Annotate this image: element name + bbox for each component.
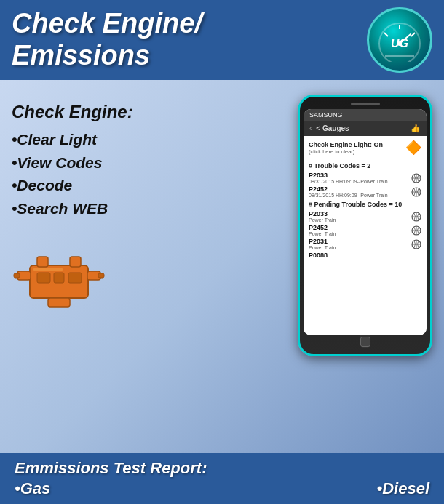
footer-options: •Gas •Diesel — [15, 479, 429, 498]
phone-screen: SAMSUNG ‹ < Gauges 👍 Check Engine Light: — [304, 109, 427, 335]
code-date-1: 08/31/2015 HH:09:09--Power Train — [309, 193, 411, 198]
pending-codes-header: # Pending Trouble Codes = 10 — [309, 201, 421, 208]
cel-label: Check Engine Light: On — [309, 141, 383, 148]
app-container: Check Engine/ Emissions UG — [0, 0, 444, 504]
feature-list: •Clear Light •View Codes •Decode •Search… — [12, 128, 108, 220]
header-title-line1: Check Engine/ — [12, 8, 202, 39]
trouble-codes-header: # Trouble Codes = 2 — [309, 162, 421, 169]
phone-status-bar: SAMSUNG — [304, 109, 427, 121]
list-item-decode: •Decode — [12, 174, 108, 197]
header-title-line2: Emissions — [12, 40, 150, 71]
back-button[interactable]: ‹ — [309, 124, 312, 132]
svg-line-3 — [411, 33, 415, 36]
pending-web-icon-1[interactable] — [411, 225, 421, 236]
pending-code-name-1: P2452 — [309, 224, 411, 231]
svg-line-2 — [384, 33, 388, 36]
pending-code-sub-1: Power Train — [309, 231, 411, 236]
pending-code-sub-0: Power Train — [309, 217, 411, 223]
home-button[interactable] — [360, 337, 370, 347]
pending-web-icon-0[interactable] — [411, 212, 421, 222]
code-name-0: P2033 — [309, 172, 411, 179]
svg-rect-9 — [37, 257, 48, 267]
cel-sub: (click here to clear) — [309, 148, 383, 155]
phone-home-area — [360, 335, 370, 348]
pending-web-icon-2[interactable] — [411, 239, 421, 249]
code-date-0: 08/31/2015 HH:09:09--Power Train — [309, 179, 411, 184]
svg-rect-17 — [54, 273, 64, 283]
pending-code-sub-2: Power Train — [309, 245, 411, 250]
engine-warning-icon: 🔶 — [405, 140, 421, 156]
pending-code-row-1: P2452 Power Train — [309, 224, 421, 236]
main-content: Check Engine: •Clear Light •View Codes •… — [0, 80, 444, 453]
phone-speaker — [351, 103, 380, 105]
svg-rect-19 — [33, 268, 63, 271]
header: Check Engine/ Emissions UG — [0, 0, 444, 80]
svg-rect-15 — [48, 298, 70, 307]
phone-wrapper: SAMSUNG ‹ < Gauges 👍 Check Engine Light: — [298, 95, 432, 446]
list-item-search: •Search WEB — [12, 197, 108, 220]
left-panel-title: Check Engine: — [12, 102, 133, 122]
cel-section[interactable]: Check Engine Light: On (click here to cl… — [309, 140, 421, 159]
pending-code-name-2: P2031 — [309, 238, 411, 245]
phone-content: Check Engine Light: On (click here to cl… — [304, 136, 427, 335]
header-title: Check Engine/ Emissions — [12, 8, 202, 71]
list-item-clear: •Clear Light — [12, 128, 108, 151]
web-search-icon-1[interactable] — [411, 187, 421, 197]
pending-code-row-2: P2031 Power Train — [309, 238, 421, 250]
list-item-view: •View Codes — [12, 151, 108, 175]
svg-rect-14 — [98, 273, 104, 278]
pending-code-name-0: P2033 — [309, 210, 411, 217]
phone: SAMSUNG ‹ < Gauges 👍 Check Engine Light: — [298, 95, 432, 356]
engine-icon — [12, 244, 106, 313]
footer-title: Emmissions Test Report: — [15, 459, 429, 478]
thumb-up-icon[interactable]: 👍 — [411, 124, 421, 133]
trouble-code-row-0: P2033 08/31/2015 HH:09:09--Power Train — [309, 172, 421, 184]
pending-section: # Pending Trouble Codes = 10 P2033 Power… — [309, 201, 421, 259]
engine-icon-container — [12, 241, 106, 314]
pending-code-row-0: P2033 Power Train — [309, 210, 421, 223]
svg-rect-16 — [37, 273, 50, 283]
nav-label: < Gauges — [316, 124, 349, 132]
logo-icon: UG — [374, 18, 425, 62]
footer-diesel: •Diesel — [376, 479, 429, 498]
web-search-icon-0[interactable] — [411, 173, 421, 183]
footer-gas: •Gas — [15, 479, 50, 498]
footer: Emmissions Test Report: •Gas •Diesel — [0, 453, 444, 504]
trouble-code-row-1: P2452 08/31/2015 HH:09:09--Power Train — [309, 185, 421, 198]
logo: UG — [367, 7, 432, 73]
code-name-1: P2452 — [309, 185, 411, 193]
left-panel: Check Engine: •Clear Light •View Codes •… — [12, 95, 290, 446]
pending-code-name-3: P0088 — [309, 252, 421, 259]
svg-rect-10 — [70, 257, 81, 267]
svg-point-6 — [397, 41, 402, 46]
pending-code-row-3: P0088 — [309, 252, 421, 259]
svg-rect-18 — [68, 273, 82, 283]
svg-rect-12 — [14, 273, 20, 278]
phone-nav-bar[interactable]: ‹ < Gauges 👍 — [304, 121, 427, 136]
carrier-label: SAMSUNG — [309, 111, 343, 119]
